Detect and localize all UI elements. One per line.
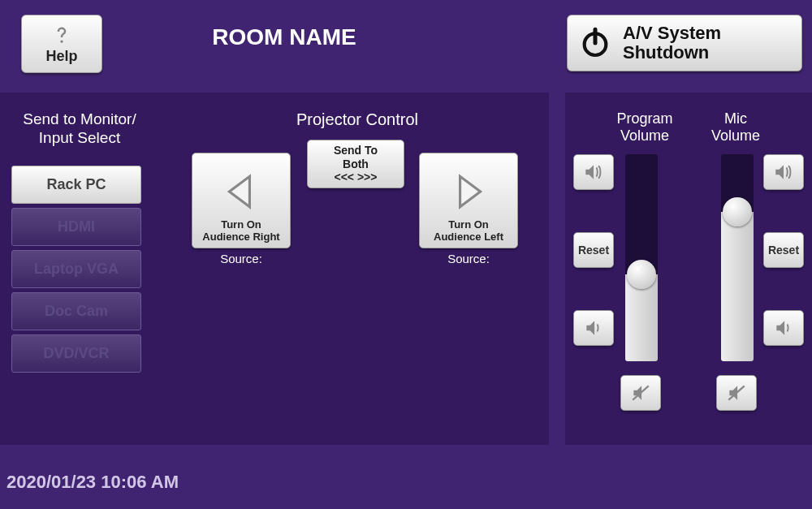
shutdown-label: A/V System Shutdown xyxy=(623,24,721,63)
input-select-list: Rack PC HDMI Laptop VGA Doc Cam DVD/VCR xyxy=(11,166,141,377)
speaker-soft-icon xyxy=(773,317,794,339)
mic-volume-mute-button[interactable] xyxy=(716,375,757,411)
projector-right-source-label: Source: xyxy=(419,252,518,265)
program-volume-down-button[interactable] xyxy=(573,310,614,346)
triangle-right-icon xyxy=(448,171,489,212)
input-item-hdmi[interactable]: HDMI xyxy=(11,208,141,246)
input-item-doc-cam[interactable]: Doc Cam xyxy=(11,292,141,330)
mic-volume-down-button[interactable] xyxy=(763,310,804,346)
speaker-mute-icon xyxy=(630,382,651,403)
projector-audience-right-button[interactable]: Turn On Audience Right xyxy=(192,153,291,248)
mic-volume-up-button[interactable] xyxy=(763,154,804,190)
footer-timestamp: 2020/01/23 10:06 AM xyxy=(6,472,179,493)
program-volume-up-button[interactable] xyxy=(573,154,614,190)
speaker-loud-icon xyxy=(773,162,794,183)
volume-panel: Program Volume Mic Volume Reset Reset xyxy=(565,93,812,445)
power-icon xyxy=(579,27,611,59)
input-item-laptop-vga[interactable]: Laptop VGA xyxy=(11,250,141,288)
projector-left-source-label: Source: xyxy=(192,252,291,265)
mic-volume-reset-button[interactable]: Reset xyxy=(763,232,804,268)
send-to-both-button[interactable]: Send To Both <<< >>> xyxy=(307,140,404,188)
projector-control-title: Projector Control xyxy=(187,110,528,129)
program-volume-thumb[interactable] xyxy=(627,260,656,289)
speaker-mute-icon xyxy=(726,382,747,403)
header: Help ROOM NAME A/V System Shutdown xyxy=(0,0,812,81)
program-volume-column: Reset xyxy=(565,154,689,422)
input-select-title: Send to Monitor/ Input Select xyxy=(15,110,145,148)
main-panel: Send to Monitor/ Input Select Rack PC HD… xyxy=(0,93,549,445)
program-volume-title: Program Volume xyxy=(604,110,685,144)
speaker-loud-icon xyxy=(583,162,604,183)
projector-audience-left-button[interactable]: Turn On Audience Left xyxy=(419,153,518,248)
program-volume-reset-button[interactable]: Reset xyxy=(573,232,614,268)
triangle-left-icon xyxy=(221,171,261,212)
program-volume-mute-button[interactable] xyxy=(620,375,661,411)
speaker-soft-icon xyxy=(583,317,604,339)
mic-volume-slider[interactable] xyxy=(721,154,754,361)
program-volume-slider[interactable] xyxy=(625,154,658,361)
room-title: ROOM NAME xyxy=(0,24,568,50)
mic-volume-title: Mic Volume xyxy=(695,110,776,144)
mic-volume-column: Reset xyxy=(689,154,812,422)
input-item-rack-pc[interactable]: Rack PC xyxy=(11,166,141,204)
shutdown-button[interactable]: A/V System Shutdown xyxy=(567,15,802,71)
mic-volume-thumb[interactable] xyxy=(723,197,752,226)
input-item-dvd-vcr[interactable]: DVD/VCR xyxy=(11,334,141,373)
